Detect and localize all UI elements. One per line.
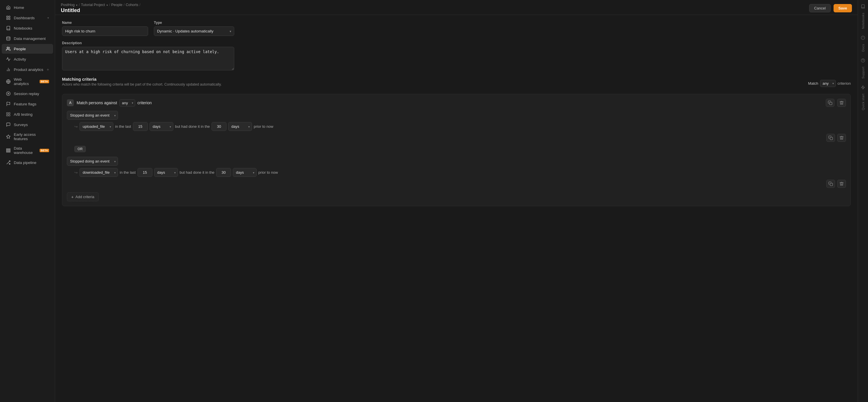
main-content: PostHog ▾ / Tutorial Project ▾ / People …	[55, 0, 858, 402]
num-input-1b[interactable]	[212, 122, 226, 131]
description-textarea[interactable]: Users at a high risk of churning based o…	[62, 47, 234, 70]
matching-criteria-header: Matching criteria Actors who match the f…	[62, 77, 222, 86]
svg-marker-13	[6, 135, 10, 138]
days-select-2b[interactable]: days weeks months	[233, 168, 257, 177]
sidebar-item-session-replay[interactable]: Session replay	[2, 89, 53, 98]
sidebar-item-data-warehouse-label: Data warehouse	[14, 146, 37, 155]
days-select-2a[interactable]: days weeks months	[154, 168, 178, 177]
or-divider: OR	[67, 144, 846, 154]
sidebar-item-dashboards[interactable]: Dashboards ▾	[2, 13, 53, 23]
page-title: Untitled	[61, 7, 141, 13]
but-had-label-2: but had done it in the	[180, 170, 214, 175]
product-analytics-icon	[6, 67, 11, 72]
num-input-2a[interactable]	[137, 168, 152, 177]
days-select-1b[interactable]: days weeks months	[228, 122, 252, 131]
group-title-row: Match persons against any all ▾ criterio…	[76, 99, 823, 106]
type-label: Type	[154, 21, 234, 25]
name-label: Name	[62, 21, 148, 25]
match-label: Match	[808, 81, 818, 86]
add-criteria-label: Add criteria	[75, 195, 94, 199]
days-select-wrapper-2b: days weeks months ▾	[233, 168, 257, 177]
breadcrumb-cohorts[interactable]: Cohorts	[126, 3, 138, 7]
svg-rect-2	[7, 18, 8, 20]
type-select[interactable]: Dynamic · Updates automatically	[154, 26, 234, 36]
support-panel-button[interactable]	[859, 56, 867, 64]
breadcrumb-people[interactable]: People	[111, 3, 122, 7]
event-params-row-1: ↪ uploaded_file ▾ in the last days weeks	[74, 122, 846, 131]
docs-panel-label[interactable]: Docs	[861, 44, 865, 52]
group-block-a: A Match persons against any all ▾ criter…	[62, 94, 851, 206]
days-select-1a[interactable]: days weeks months	[150, 122, 174, 131]
row1-copy-button[interactable]	[826, 134, 835, 142]
name-group: Name	[62, 21, 148, 36]
days-select-wrapper-1b: days weeks months ▾	[228, 122, 252, 131]
sidebar-item-surveys[interactable]: Surveys	[2, 120, 53, 129]
event-name-select-1[interactable]: uploaded_file	[80, 122, 113, 131]
svg-rect-0	[7, 16, 8, 18]
num-input-2b[interactable]	[216, 168, 231, 177]
topbar-actions: Cancel Save	[809, 4, 852, 12]
num-input-1a[interactable]	[133, 122, 148, 131]
sidebar: Home Dashboards ▾ Notebooks Data managem…	[0, 0, 55, 402]
sidebar-item-activity[interactable]: Activity	[2, 54, 53, 64]
event-type-select-wrapper-2: Stopped doing an event Did an event Did …	[67, 157, 118, 166]
feature-flags-icon	[6, 101, 11, 106]
docs-panel-button[interactable]	[859, 34, 867, 42]
sidebar-item-data-management[interactable]: Data management	[2, 34, 53, 43]
sidebar-item-ab-testing-label: A/B testing	[14, 112, 32, 117]
sidebar-item-early-access[interactable]: Early access features	[2, 130, 53, 143]
description-group: Description Users at a high risk of chur…	[62, 41, 851, 70]
row2-copy-button[interactable]	[826, 180, 835, 188]
product-analytics-plus-icon[interactable]: +	[47, 67, 49, 72]
save-button[interactable]: Save	[834, 4, 852, 12]
name-input[interactable]	[62, 26, 148, 36]
or-label: OR	[74, 146, 86, 152]
svg-point-4	[7, 36, 10, 38]
event-name-select-2[interactable]: downloaded_file	[80, 168, 118, 177]
type-select-wrapper: Dynamic · Updates automatically ▾	[154, 26, 234, 36]
sidebar-item-home[interactable]: Home	[2, 3, 53, 12]
data-warehouse-icon	[6, 148, 11, 153]
sub-arrow-1: ↪	[74, 124, 78, 129]
sidebar-item-session-replay-label: Session replay	[14, 92, 39, 96]
tutorial-project-chevron-icon: ▾	[106, 4, 108, 7]
event-type-select-wrapper-1: Stopped doing an event Did an event Did …	[67, 111, 118, 120]
group-criterion-label: criterion	[137, 100, 152, 105]
dashboards-chevron-icon: ▾	[48, 16, 49, 20]
data-management-icon	[6, 36, 11, 41]
sidebar-item-notebooks[interactable]: Notebooks	[2, 23, 53, 33]
sub-arrow-2: ↪	[74, 170, 78, 175]
sidebar-item-data-pipeline[interactable]: Data pipeline	[2, 158, 53, 167]
sidebar-item-data-warehouse[interactable]: Data warehouse BETA	[2, 144, 53, 157]
sidebar-item-product-analytics[interactable]: Product analytics +	[2, 65, 53, 74]
notebooks-panel-button[interactable]	[859, 2, 867, 10]
row1-delete-button[interactable]	[837, 134, 846, 142]
quick-start-panel-label[interactable]: Quick start	[861, 94, 865, 110]
sidebar-item-notebooks-label: Notebooks	[14, 26, 32, 30]
match-any-select[interactable]: any all	[820, 80, 836, 87]
but-had-label-1: but had done it in the	[175, 124, 210, 129]
sidebar-item-ab-testing[interactable]: A/B testing	[2, 110, 53, 119]
content-area: Name Type Dynamic · Updates automaticall…	[55, 15, 858, 402]
quick-start-panel-button[interactable]	[859, 83, 867, 91]
sidebar-item-feature-flags[interactable]: Feature flags	[2, 99, 53, 109]
group-delete-button[interactable]	[837, 99, 846, 107]
cancel-button[interactable]: Cancel	[809, 4, 830, 12]
breadcrumb-tutorial-project[interactable]: Tutorial Project ▾	[81, 3, 108, 7]
event-type-select-1[interactable]: Stopped doing an event Did an event Did …	[67, 111, 118, 120]
add-criteria-button[interactable]: + Add criteria	[67, 192, 99, 201]
group-copy-button[interactable]	[826, 99, 834, 107]
breadcrumb-posthog[interactable]: PostHog ▾	[61, 3, 78, 7]
criteria-event-row-2: Stopped doing an event Did an event Did …	[67, 157, 846, 177]
support-panel-label[interactable]: Support	[861, 67, 865, 79]
notebooks-panel-label[interactable]: Notebooks	[861, 12, 865, 29]
sidebar-item-home-label: Home	[14, 5, 24, 10]
event-type-select-2[interactable]: Stopped doing an event Did an event Did …	[67, 157, 118, 166]
sidebar-item-web-analytics[interactable]: Web analytics BETA	[2, 75, 53, 88]
matching-criteria-subtitle: Actors who match the following criteria …	[62, 83, 222, 86]
activity-icon	[6, 57, 11, 62]
sidebar-item-people[interactable]: People	[2, 44, 53, 54]
topbar-title-area: PostHog ▾ / Tutorial Project ▾ / People …	[61, 3, 141, 13]
group-match-any-select[interactable]: any all	[119, 99, 135, 106]
row2-delete-button[interactable]	[837, 180, 846, 188]
